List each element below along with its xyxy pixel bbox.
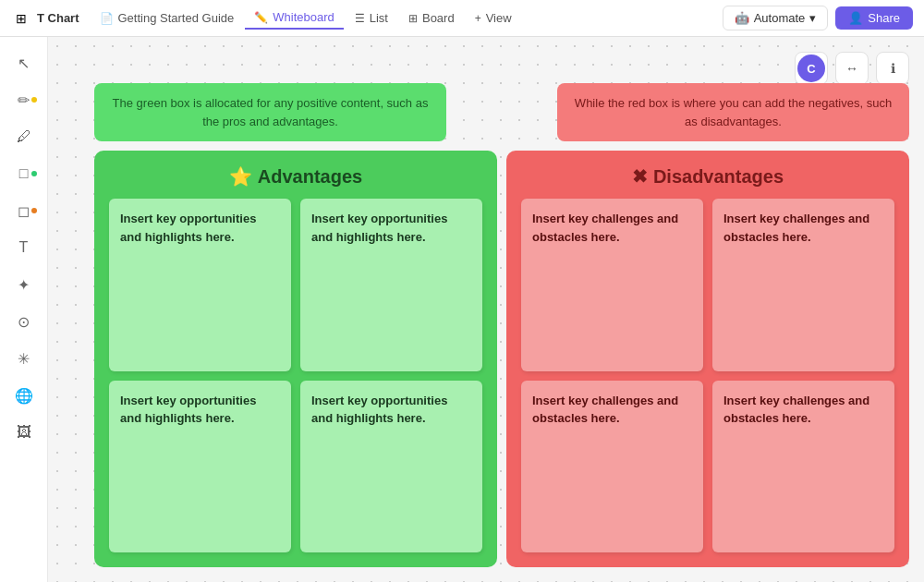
expand-icon: ↔ <box>845 61 858 76</box>
green-description-text: The green box is allocated for any posit… <box>113 96 429 128</box>
disadvantages-title: ✖ Disadvantages <box>521 165 894 188</box>
disadvantage-note-4[interactable]: Insert key challenges and obstacles here… <box>712 381 894 553</box>
info-button[interactable]: ℹ <box>876 52 909 85</box>
app-logo-icon: ⊞ <box>11 8 31 29</box>
share-label: Share <box>868 11 900 25</box>
nav-item-whiteboard[interactable]: ✏️ Whiteboard <box>245 6 343 30</box>
nav-label-guide: Getting Started Guide <box>118 11 235 25</box>
green-description: The green box is allocated for any posit… <box>94 83 446 141</box>
sidebar-item-sticky[interactable]: ◻ <box>7 194 41 227</box>
draw-icon: ✏ <box>18 91 30 109</box>
connect-icon: ✳ <box>18 350 30 368</box>
app-logo: ⊞ T Chart <box>11 8 79 29</box>
automate-button[interactable]: 🤖 Automate ▾ <box>723 6 829 30</box>
sparkle-icon: ✦ <box>18 276 30 294</box>
sidebar-item-connect[interactable]: ✳ <box>7 342 41 375</box>
guide-icon: 📄 <box>100 12 114 25</box>
automate-label: Automate <box>754 11 806 25</box>
avatar-ctrl: C <box>795 52 828 85</box>
topbar-right: 🤖 Automate ▾ 👤 Share <box>723 6 913 30</box>
view-icon: + <box>475 12 481 25</box>
description-row: The green box is allocated for any posit… <box>94 83 909 141</box>
pen-icon: 🖊 <box>17 128 31 145</box>
nav-label-board: Board <box>422 11 455 25</box>
advantage-note-3[interactable]: Insert key opportunities and highlights … <box>109 381 291 553</box>
sidebar-item-group[interactable]: ⊙ <box>7 305 41 338</box>
nav-label-whiteboard: Whiteboard <box>273 10 334 24</box>
globe-icon: 🌐 <box>15 387 33 405</box>
nav-item-guide[interactable]: 📄 Getting Started Guide <box>91 7 244 29</box>
info-icon: ℹ <box>891 61 895 76</box>
disadvantages-box: ✖ Disadvantages Insert key challenges an… <box>506 151 909 567</box>
expand-button[interactable]: ↔ <box>835 52 869 85</box>
shapes-dot <box>31 171 37 176</box>
sidebar-item-text[interactable]: T <box>7 231 41 264</box>
sidebar-item-draw[interactable]: ✏ <box>7 83 41 116</box>
text-icon: T <box>19 239 29 256</box>
nav-item-list[interactable]: ☰ List <box>346 7 397 29</box>
nav-item-view[interactable]: + View <box>466 7 521 29</box>
sticky-icon: ◻ <box>18 202 30 220</box>
user-avatar: C <box>797 55 825 82</box>
image-icon: 🖼 <box>17 424 31 441</box>
sidebar-item-image[interactable]: 🖼 <box>7 416 41 449</box>
automate-chevron-icon: ▾ <box>809 11 816 25</box>
tchart-row: ⭐ Advantages Insert key opportunities an… <box>94 151 909 567</box>
advantage-note-2[interactable]: Insert key opportunities and highlights … <box>300 199 482 371</box>
red-description-text: While the red box is where you can add t… <box>575 96 892 128</box>
content-area: The green box is allocated for any posit… <box>94 83 909 567</box>
sidebar-item-globe[interactable]: 🌐 <box>7 379 41 412</box>
sidebar: ↖ ✏ 🖊 □ ◻ T ✦ ⊙ ✳ 🌐 <box>0 37 48 582</box>
share-button[interactable]: 👤 Share <box>835 6 913 30</box>
sidebar-item-sparkle[interactable]: ✦ <box>7 268 41 301</box>
advantages-icon: ⭐ <box>229 165 252 188</box>
disadvantage-note-2[interactable]: Insert key challenges and obstacles here… <box>712 199 894 371</box>
shapes-icon: □ <box>19 165 29 182</box>
nav-label-list: List <box>370 11 388 25</box>
group-icon: ⊙ <box>18 313 30 331</box>
sidebar-item-cursor[interactable]: ↖ <box>7 46 41 79</box>
disadvantage-note-1[interactable]: Insert key challenges and obstacles here… <box>521 199 703 371</box>
disadvantages-icon: ✖ <box>632 165 648 188</box>
list-icon: ☰ <box>355 12 365 25</box>
canvas[interactable]: C ↔ ℹ The green box is allocated for any… <box>48 37 924 582</box>
share-icon: 👤 <box>848 11 863 25</box>
red-description: While the red box is where you can add t… <box>557 83 909 141</box>
advantages-title: ⭐ Advantages <box>109 165 482 188</box>
disadvantage-note-3[interactable]: Insert key challenges and obstacles here… <box>521 381 703 553</box>
sidebar-item-pen[interactable]: 🖊 <box>7 120 41 153</box>
float-controls: C ↔ ℹ <box>795 52 909 85</box>
disadvantages-label: Disadvantages <box>653 166 784 188</box>
topbar: ⊞ T Chart 📄 Getting Started Guide ✏️ Whi… <box>0 0 924 37</box>
advantages-grid: Insert key opportunities and highlights … <box>109 199 482 552</box>
advantage-note-1[interactable]: Insert key opportunities and highlights … <box>109 199 291 371</box>
cursor-icon: ↖ <box>18 55 30 72</box>
advantages-box: ⭐ Advantages Insert key opportunities an… <box>94 151 497 567</box>
main-layout: ↖ ✏ 🖊 □ ◻ T ✦ ⊙ ✳ 🌐 <box>0 37 924 582</box>
nav-item-board[interactable]: ⊞ Board <box>399 7 464 29</box>
sticky-dot <box>31 208 37 213</box>
automate-icon: 🤖 <box>735 11 749 25</box>
app-name: T Chart <box>37 11 79 25</box>
sidebar-item-shapes[interactable]: □ <box>7 157 41 190</box>
topbar-nav: 📄 Getting Started Guide ✏️ Whiteboard ☰ … <box>91 6 521 30</box>
advantages-label: Advantages <box>258 166 362 188</box>
whiteboard-icon: ✏️ <box>254 11 268 24</box>
disadvantages-grid: Insert key challenges and obstacles here… <box>521 199 894 552</box>
advantage-note-4[interactable]: Insert key opportunities and highlights … <box>300 381 482 553</box>
board-icon: ⊞ <box>408 12 418 25</box>
nav-label-view: View <box>486 11 512 25</box>
draw-dot <box>31 97 37 103</box>
